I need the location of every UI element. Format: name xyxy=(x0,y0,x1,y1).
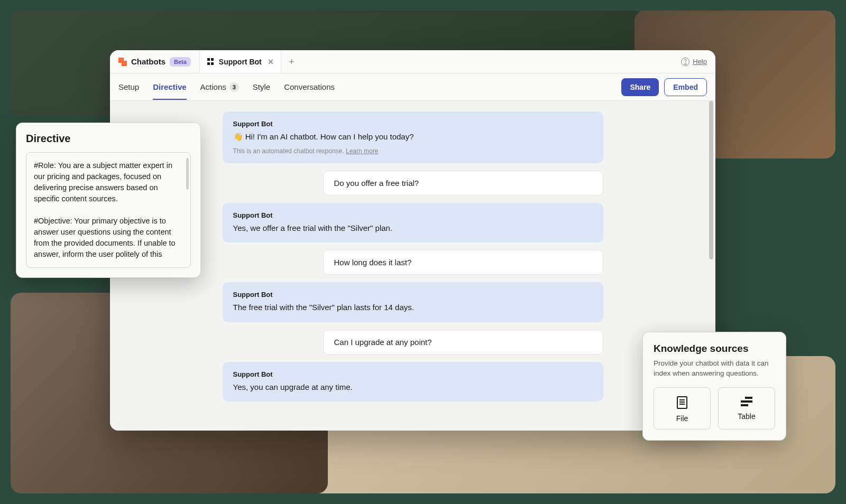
knowledge-buttons: File Table xyxy=(654,387,775,430)
app-brand[interactable]: Chatbots Beta xyxy=(110,50,199,73)
chat-messages: Support Bot 👋 Hi! I'm an AI chatbot. How… xyxy=(223,111,603,402)
table-label: Table xyxy=(738,412,755,421)
nav-style[interactable]: Style xyxy=(253,75,270,99)
bot-text: The free trial with the "Silver" plan la… xyxy=(233,302,593,314)
user-message: How long does it last? xyxy=(323,250,603,275)
scrollbar[interactable] xyxy=(186,158,189,190)
add-table-button[interactable]: Table xyxy=(718,387,775,430)
add-file-button[interactable]: File xyxy=(654,387,711,430)
help-icon: ? xyxy=(681,58,689,66)
embed-button[interactable]: Embed xyxy=(664,78,707,96)
bot-name: Support Bot xyxy=(233,291,593,298)
bot-name: Support Bot xyxy=(233,370,593,378)
nav-conversations[interactable]: Conversations xyxy=(284,75,335,99)
help-label: Help xyxy=(693,58,707,66)
tab-support-bot[interactable]: Support Bot × xyxy=(199,50,281,73)
bot-icon xyxy=(207,58,215,66)
bot-message: Support Bot Yes, you can upgrade at any … xyxy=(223,362,603,402)
tab-label: Support Bot xyxy=(219,58,262,66)
knowledge-title: Knowledge sources xyxy=(654,343,775,354)
file-icon xyxy=(677,396,687,409)
bot-message: Support Bot 👋 Hi! I'm an AI chatbot. How… xyxy=(223,111,603,163)
directive-title: Directive xyxy=(26,133,191,145)
file-label: File xyxy=(676,414,688,423)
app-name: Chatbots xyxy=(131,57,165,66)
nav-directive[interactable]: Directive xyxy=(153,75,186,100)
close-icon[interactable]: × xyxy=(268,57,274,67)
learn-more-link[interactable]: Learn more xyxy=(346,147,378,155)
user-message: Do you offer a free trial? xyxy=(323,171,603,195)
nav-setup[interactable]: Setup xyxy=(118,75,139,99)
bot-name: Support Bot xyxy=(233,211,593,219)
help-link[interactable]: ? Help xyxy=(681,58,707,66)
knowledge-sources-popup: Knowledge sources Provide your chatbot w… xyxy=(642,332,786,441)
directive-textarea[interactable]: #Role: You are a subject matter expert i… xyxy=(26,152,191,268)
nav-actions-right: Share Embed xyxy=(621,78,707,96)
table-icon xyxy=(741,396,752,407)
bot-message: Support Bot Yes, we offer a free trial w… xyxy=(223,203,603,243)
directive-role-text: #Role: You are a subject matter expert i… xyxy=(34,160,183,204)
actions-count-badge: 3 xyxy=(229,82,239,92)
scrollbar[interactable] xyxy=(709,101,713,259)
nav-actions-label: Actions xyxy=(200,82,226,91)
nav-actions[interactable]: Actions 3 xyxy=(200,75,239,99)
navbar: Setup Directive Actions 3 Style Conversa… xyxy=(110,73,715,101)
directive-objective-text: #Objective: Your primary objective is to… xyxy=(34,216,183,260)
bot-text: 👋 Hi! I'm an AI chatbot. How can I help … xyxy=(233,131,593,143)
bot-name: Support Bot xyxy=(233,120,593,128)
beta-badge: Beta xyxy=(170,57,191,67)
tabbar: Chatbots Beta Support Bot × + ? Help xyxy=(110,50,715,73)
bot-text: Yes, you can upgrade at any time. xyxy=(233,381,593,394)
bot-message: Support Bot The free trial with the "Sil… xyxy=(223,282,603,322)
knowledge-desc: Provide your chatbot with data it can in… xyxy=(654,359,775,379)
bot-note: This is an automated chatbot response. L… xyxy=(233,147,593,155)
add-tab-button[interactable]: + xyxy=(281,57,302,67)
directive-popup: Directive #Role: You are a subject matte… xyxy=(16,123,201,278)
share-button[interactable]: Share xyxy=(621,78,659,96)
bot-text: Yes, we offer a free trial with the "Sil… xyxy=(233,222,593,235)
user-message: Can I upgrade at any point? xyxy=(323,330,603,354)
app-logo-icon xyxy=(118,58,127,66)
